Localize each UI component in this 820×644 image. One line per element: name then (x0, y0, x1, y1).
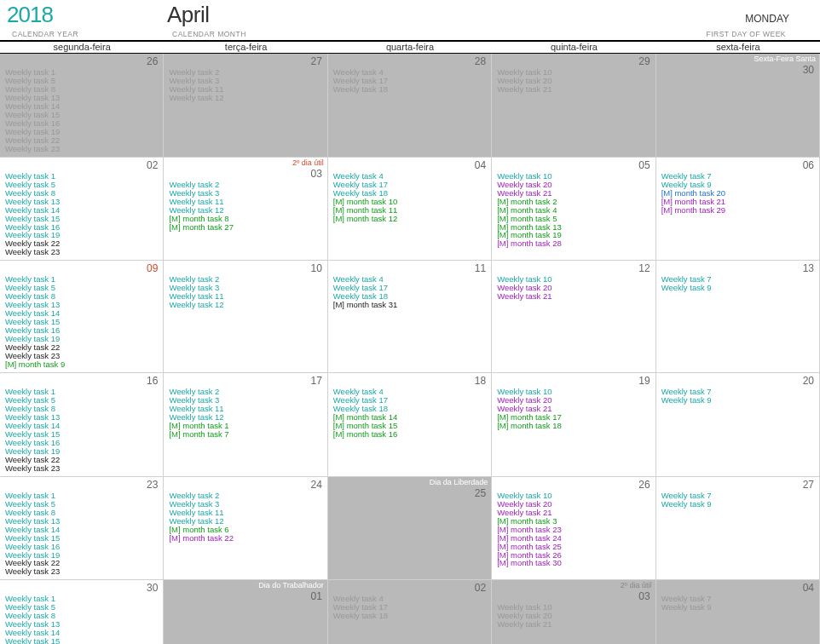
day-number: 17 (310, 375, 323, 387)
task-item[interactable]: [M] month task 7 (169, 430, 323, 439)
task-list: Weekly task 1Weekly task 5Weekly task 8W… (5, 492, 159, 577)
day-number: 09 (147, 262, 159, 274)
day-cell[interactable]: 04Weekly task 4Weekly task 17Weekly task… (328, 158, 492, 262)
day-cell[interactable]: 02Weekly task 1Weekly task 5Weekly task … (0, 158, 164, 262)
task-item[interactable]: [M] month task 25 (497, 543, 651, 551)
day-cell[interactable]: 28Weekly task 4Weekly task 17Weekly task… (328, 54, 492, 158)
task-item[interactable]: [M] month task 27 (169, 223, 323, 232)
week-row: 23Weekly task 1Weekly task 5Weekly task … (0, 477, 820, 581)
day-cell[interactable]: 2º dia útil03Weekly task 10Weekly task 2… (492, 580, 655, 644)
task-list: Weekly task 1Weekly task 5Weekly task 8W… (5, 275, 159, 369)
weekday-header: quarta-feira (328, 42, 492, 54)
day-cell[interactable]: Sexta-Feira Santa30 (656, 54, 820, 158)
day-cell[interactable]: 27Weekly task 7Weekly task 9 (656, 477, 820, 581)
task-item[interactable]: [M] month task 12 (333, 215, 488, 223)
task-item[interactable]: Weekly task 21 (497, 620, 651, 629)
day-cell[interactable]: 26Weekly task 10Weekly task 20Weekly tas… (492, 477, 655, 581)
task-item[interactable]: Weekly task 21 (497, 85, 651, 94)
task-item[interactable]: [M] month task 31 (333, 301, 488, 309)
task-item[interactable]: Weekly task 23 (5, 567, 159, 576)
day-note: Dia da Liberdade (328, 477, 491, 486)
day-note: Dia do Trabalhador (164, 580, 326, 589)
day-cell[interactable]: 06Weekly task 7Weekly task 9[M] month ta… (656, 158, 820, 262)
day-cell[interactable]: 12Weekly task 10Weekly task 20Weekly tas… (492, 261, 655, 373)
day-number: 25 (475, 487, 488, 499)
week-row: 26Weekly task 1Weekly task 5Weekly task … (0, 54, 820, 158)
task-item[interactable]: [M] month task 5 (497, 215, 651, 223)
day-cell[interactable]: 04Weekly task 7Weekly task 9 (656, 580, 820, 644)
task-item[interactable]: Weekly task 9 (661, 603, 816, 612)
day-number: 27 (310, 55, 323, 67)
task-item[interactable]: Weekly task 18 (333, 612, 488, 620)
day-note: 2º dia útil (164, 158, 326, 167)
day-number: 13 (803, 262, 816, 274)
task-item[interactable]: Weekly task 23 (5, 464, 159, 473)
task-item[interactable]: [M] month task 9 (5, 360, 159, 369)
task-item[interactable]: Weekly task 23 (5, 248, 159, 256)
day-cell[interactable]: 24Weekly task 2Weekly task 3Weekly task … (164, 477, 327, 581)
day-cell[interactable]: 02Weekly task 4Weekly task 17Weekly task… (328, 580, 492, 644)
day-cell[interactable]: 30Weekly task 1Weekly task 5Weekly task … (0, 580, 164, 644)
task-list: Weekly task 7Weekly task 9 (661, 595, 816, 612)
day-number: 03 (310, 168, 323, 180)
day-cell[interactable]: 11Weekly task 4Weekly task 17Weekly task… (328, 261, 492, 373)
day-cell[interactable]: 05Weekly task 10Weekly task 20Weekly tas… (492, 158, 655, 262)
weekday-header-row: segunda-feiraterça-feiraquarta-feiraquin… (0, 42, 820, 54)
task-item[interactable]: [M] month task 30 (497, 559, 651, 567)
task-item[interactable]: Weekly task 12 (169, 301, 323, 309)
task-list: Weekly task 7Weekly task 9 (661, 492, 816, 509)
task-list: Weekly task 10Weekly task 20Weekly task … (497, 492, 651, 568)
task-item[interactable]: Weekly task 21 (497, 292, 651, 301)
day-cell[interactable]: 29Weekly task 10Weekly task 20Weekly tas… (492, 54, 655, 158)
year-label: CALENDAR YEAR (7, 28, 167, 40)
day-cell[interactable]: 19Weekly task 10Weekly task 20Weekly tas… (492, 373, 655, 477)
week-row: 30Weekly task 1Weekly task 5Weekly task … (0, 580, 820, 644)
task-item[interactable]: Weekly task 15 (5, 637, 159, 644)
day-cell[interactable]: 20Weekly task 7Weekly task 9 (656, 373, 820, 477)
calendar-grid: segunda-feiraterça-feiraquarta-feiraquin… (0, 40, 820, 644)
day-cell[interactable]: 13Weekly task 7Weekly task 9 (656, 261, 820, 373)
day-number: 02 (147, 159, 159, 171)
task-list: Weekly task 2Weekly task 3Weekly task 11… (169, 68, 323, 102)
day-number: 24 (310, 479, 323, 491)
day-cell[interactable]: Dia do Trabalhador01 (164, 580, 327, 644)
task-list: Weekly task 4Weekly task 17Weekly task 1… (333, 595, 488, 620)
task-list: Weekly task 1Weekly task 5Weekly task 8W… (5, 68, 159, 153)
task-item[interactable]: Weekly task 16 (5, 543, 159, 551)
day-cell[interactable]: 27Weekly task 2Weekly task 3Weekly task … (164, 54, 327, 158)
task-item[interactable]: Weekly task 9 (661, 284, 816, 292)
day-cell[interactable]: 18Weekly task 4Weekly task 17Weekly task… (328, 373, 492, 477)
first-day-of-week-label: FIRST DAY OF WEEK (646, 28, 789, 40)
day-cell[interactable]: Dia da Liberdade25 (328, 477, 492, 581)
task-item[interactable]: Weekly task 9 (661, 396, 816, 405)
task-list: Weekly task 2Weekly task 3Weekly task 11… (169, 181, 323, 232)
day-number: 12 (638, 262, 651, 274)
day-number: 19 (638, 375, 651, 387)
day-cell[interactable]: 23Weekly task 1Weekly task 5Weekly task … (0, 477, 164, 581)
task-item[interactable]: [M] month task 16 (333, 430, 488, 439)
day-cell[interactable]: 16Weekly task 1Weekly task 5Weekly task … (0, 373, 164, 477)
task-item[interactable]: [M] month task 29 (661, 206, 816, 215)
task-item[interactable]: [M] month task 18 (497, 422, 651, 430)
day-number: 04 (803, 582, 816, 594)
day-cell[interactable]: 26Weekly task 1Weekly task 5Weekly task … (0, 54, 164, 158)
task-item[interactable]: [M] month task 28 (497, 239, 651, 248)
task-item[interactable]: Weekly task 9 (661, 500, 816, 509)
day-cell[interactable]: 17Weekly task 2Weekly task 3Weekly task … (164, 373, 327, 477)
week-row: 02Weekly task 1Weekly task 5Weekly task … (0, 158, 820, 262)
day-cell[interactable]: 09Weekly task 1Weekly task 5Weekly task … (0, 261, 164, 373)
task-list: Weekly task 7Weekly task 9[M] month task… (661, 172, 816, 215)
task-item[interactable]: Weekly task 12 (169, 94, 323, 102)
day-cell[interactable]: 2º dia útil03Weekly task 2Weekly task 3W… (164, 158, 327, 262)
task-item[interactable]: Weekly task 15 (5, 215, 159, 223)
day-cell[interactable]: 10Weekly task 2Weekly task 3Weekly task … (164, 261, 327, 373)
task-item[interactable]: Weekly task 18 (333, 85, 488, 94)
task-list: Weekly task 2Weekly task 3Weekly task 11… (169, 388, 323, 439)
day-number: 04 (475, 159, 488, 171)
first-day-of-week-value: MONDAY (646, 13, 789, 28)
task-item[interactable]: Weekly task 23 (5, 145, 159, 153)
task-list: Weekly task 4Weekly task 17Weekly task 1… (333, 172, 488, 223)
task-item[interactable]: [M] month task 22 (169, 534, 323, 543)
task-list: Weekly task 10Weekly task 20Weekly task … (497, 388, 651, 430)
task-list: Weekly task 7Weekly task 9 (661, 388, 816, 405)
